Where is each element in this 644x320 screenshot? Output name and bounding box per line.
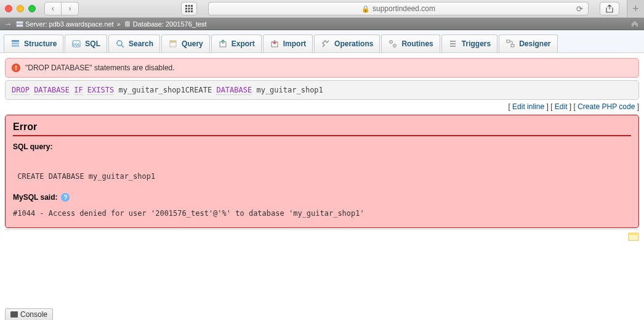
sql-preview: DROP DATABASE IF EXISTS my_guitar_shop1C… [5, 80, 639, 100]
svg-rect-3 [185, 8, 187, 10]
reload-icon[interactable]: ⟳ [576, 4, 583, 14]
tab-label: Import [283, 39, 306, 48]
breadcrumb-server[interactable]: Server: pdb3.awardspace.net [16, 20, 114, 28]
search-icon [115, 39, 125, 49]
tab-operations[interactable]: Operations [314, 35, 380, 52]
back-button[interactable]: ‹ [44, 2, 62, 15]
share-button[interactable] [600, 2, 619, 15]
svg-rect-0 [185, 5, 187, 7]
query-icon [168, 39, 178, 49]
console-icon [10, 311, 18, 318]
breadcrumb-db-name: 2001576_test [166, 20, 207, 28]
zoom-window-button[interactable] [28, 5, 36, 12]
sql-token: my_guitar_shop1CREATE [118, 86, 212, 94]
sql-actions: [ Edit inline ] [ Edit ] [ Create PHP co… [0, 100, 644, 113]
console-toggle[interactable]: Console [5, 308, 53, 320]
svg-rect-14 [12, 45, 19, 47]
address-bar[interactable]: 🔒 supportindeed.com ⟳ [208, 2, 589, 15]
svg-point-17 [117, 41, 122, 46]
svg-rect-1 [188, 5, 190, 7]
svg-rect-4 [188, 8, 190, 10]
breadcrumb-db-label: Database: [133, 20, 164, 28]
svg-text:SQL: SQL [73, 43, 81, 46]
tab-import[interactable]: Import [263, 35, 313, 52]
tab-triggers[interactable]: Triggers [441, 35, 497, 52]
sql-keyword: EXISTS [87, 86, 114, 95]
error-heading: Error [13, 121, 631, 136]
tab-label: Export [231, 39, 255, 48]
svg-point-26 [395, 45, 396, 46]
top-sites-button[interactable] [181, 2, 197, 15]
edit-inline-link[interactable]: Edit inline [512, 102, 544, 111]
triggers-icon [448, 39, 458, 49]
mysql-said-row: MySQL said: ? [13, 189, 631, 205]
svg-rect-5 [191, 8, 193, 10]
warning-text: "DROP DATABASE" statements are disabled. [25, 64, 175, 72]
server-icon [16, 20, 23, 28]
routines-icon [388, 39, 398, 49]
mysql-said-label: MySQL said: [13, 193, 57, 202]
help-icon[interactable]: ? [61, 193, 70, 202]
collapse-breadcrumb-button[interactable] [629, 20, 640, 28]
tab-strip: Structure SQLSQL Search Query Export Imp… [0, 30, 644, 53]
svg-rect-13 [12, 43, 19, 44]
tab-search[interactable]: Search [108, 35, 160, 52]
bookmark-icon[interactable] [628, 232, 639, 241]
new-tab-button[interactable]: + [627, 0, 644, 17]
tab-label: Query [182, 39, 203, 48]
database-icon [124, 20, 131, 28]
svg-rect-7 [188, 10, 190, 12]
tab-designer[interactable]: Designer [499, 35, 557, 52]
sql-keyword: IF [74, 86, 83, 95]
svg-rect-20 [170, 41, 176, 43]
export-icon [218, 39, 228, 49]
sql-keyword: DATABASE [34, 86, 70, 95]
svg-rect-10 [17, 25, 23, 27]
forward-button[interactable]: › [62, 2, 79, 15]
svg-point-28 [450, 43, 451, 44]
designer-icon [505, 39, 515, 49]
sql-keyword: DATABASE [216, 86, 252, 95]
browser-chrome: ‹ › 🔒 supportindeed.com ⟳ + [0, 0, 644, 18]
tab-label: Designer [519, 39, 550, 48]
structure-icon [10, 39, 20, 49]
svg-rect-6 [185, 10, 187, 12]
address-host: supportindeed.com [372, 4, 435, 13]
svg-rect-33 [629, 233, 638, 235]
lock-icon: 🔒 [361, 5, 370, 13]
breadcrumb-server-name: pdb3.awardspace.net [49, 20, 113, 28]
tab-label: Triggers [462, 39, 491, 48]
warning-banner: ! "DROP DATABASE" statements are disable… [5, 58, 639, 78]
svg-point-29 [450, 46, 451, 47]
edit-link[interactable]: Edit [555, 102, 568, 111]
create-php-link[interactable]: Create PHP code [578, 102, 635, 111]
svg-point-25 [391, 41, 392, 43]
sql-icon: SQL [71, 39, 81, 49]
svg-rect-12 [12, 40, 19, 42]
tab-label: Search [129, 39, 153, 48]
tab-label: SQL [85, 39, 100, 48]
svg-rect-30 [507, 40, 510, 43]
svg-line-18 [121, 45, 124, 47]
svg-rect-8 [191, 10, 193, 12]
tab-query[interactable]: Query [161, 35, 210, 52]
svg-rect-2 [191, 5, 193, 7]
tab-label: Routines [401, 39, 433, 48]
tab-sql[interactable]: SQLSQL [65, 35, 107, 52]
operations-icon [321, 39, 331, 49]
error-panel: Error SQL query: CREATE DATABASE my_guit… [5, 115, 639, 228]
minimize-window-button[interactable] [17, 5, 24, 12]
import-icon [270, 39, 280, 49]
svg-point-27 [450, 41, 451, 42]
bookmark-row [5, 229, 639, 241]
tab-export[interactable]: Export [211, 35, 262, 52]
close-window-button[interactable] [5, 5, 12, 12]
breadcrumb: → Server: pdb3.awardspace.net » Database… [0, 18, 644, 30]
window-controls [5, 5, 36, 12]
svg-rect-31 [511, 44, 514, 47]
nav-arrow-icon[interactable]: → [4, 19, 12, 28]
tab-routines[interactable]: Routines [381, 35, 440, 52]
tab-structure[interactable]: Structure [4, 35, 63, 52]
breadcrumb-database[interactable]: Database: 2001576_test [124, 20, 207, 28]
breadcrumb-sep: » [117, 20, 121, 28]
